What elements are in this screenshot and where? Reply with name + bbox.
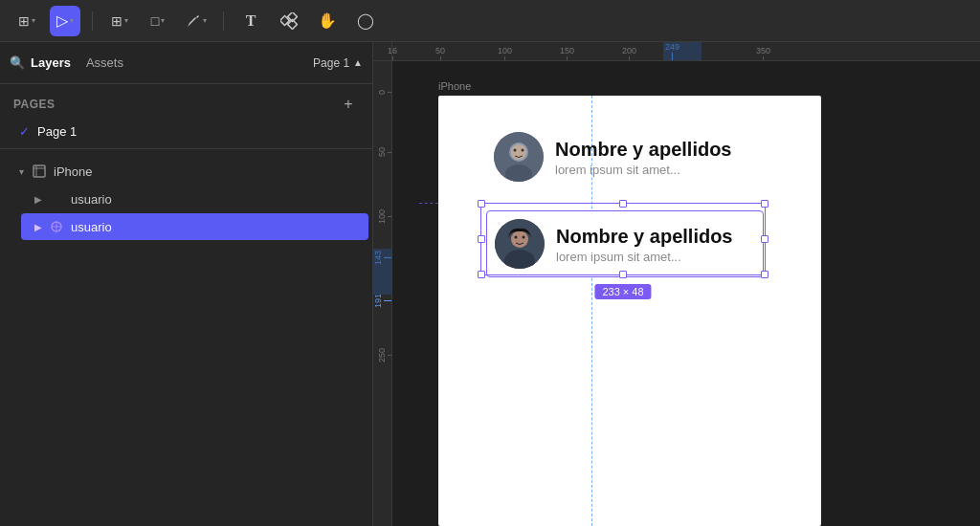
pages-section-header: Pages + (13, 94, 359, 115)
shape-icon: □ (151, 13, 159, 29)
user-desc-1: lorem ipsum sit amet... (555, 163, 756, 177)
layer-usuario-2-label: usuario (71, 220, 112, 234)
search-icon: 🔍 (10, 55, 25, 70)
ruler-tick-16: 16 (388, 47, 397, 60)
handle-bottom-left[interactable] (478, 271, 485, 278)
user-card-1[interactable]: Nombre y apellidos lorem ipsum sit amet.… (486, 124, 764, 189)
layer-usuario-1[interactable]: ▶ usuario (21, 186, 368, 212)
panel-header: 🔍 Layers Assets Page 1 ▲ (0, 42, 372, 84)
shape-tool-chevron: ▾ (161, 16, 165, 25)
grid-tool-button[interactable]: ⊞ ▾ (11, 6, 42, 36)
user-card-2[interactable]: Nombre y apellidos lorem ipsum sit amet.… (486, 210, 764, 277)
toolbar-separator-2 (223, 11, 224, 31)
main-layout: 🔍 Layers Assets Page 1 ▲ Pages + ✓ Page … (0, 42, 980, 526)
layer-iphone[interactable]: ▾ iPhone (4, 158, 368, 185)
select-tool-button[interactable]: ▷ ▾ (50, 6, 80, 36)
grid-icon: ⊞ (18, 13, 30, 29)
dimension-badge: 233 × 48 (594, 284, 651, 299)
frame-tool-button[interactable]: ⊞ ▾ (104, 6, 135, 36)
panel-tabs: Layers Assets (31, 54, 313, 72)
component-icon (280, 12, 298, 30)
layer-usuario-1-label: usuario (71, 192, 112, 207)
layer-toggle-iphone[interactable]: ▾ (13, 164, 29, 179)
ruler-left-tick-191: 191 (374, 294, 391, 308)
dotted-frame-icon (48, 190, 65, 208)
user-desc-2: lorem ipsum sit amet... (556, 250, 755, 264)
page-selector[interactable]: Page 1 ▲ (313, 56, 363, 70)
layer-toggle-usuario-1[interactable]: ▶ (31, 191, 46, 207)
layer-usuario-2[interactable]: ▶ usuario (21, 213, 368, 240)
text-tool-button[interactable]: T (235, 6, 266, 36)
frame-tool-chevron: ▾ (124, 16, 128, 25)
pages-section: Pages + ✓ Page 1 (0, 84, 372, 149)
ruler-tick-100: 100 (498, 47, 512, 60)
toolbar: ⊞ ▾ ▷ ▾ ⊞ ▾ □ ▾ ▾ T (0, 0, 980, 42)
ruler-left: 0 50 100 143 191 (373, 61, 392, 526)
svg-point-13 (514, 149, 517, 152)
canvas-area: 16 50 100 150 200 (373, 42, 980, 526)
add-page-button[interactable]: + (338, 94, 359, 115)
component-icon-small (48, 218, 65, 235)
ruler-top: 16 50 100 150 200 (373, 42, 980, 61)
pen-tool-button[interactable]: ▾ (181, 6, 212, 36)
chevron-up-icon: ▲ (353, 57, 363, 68)
page-check-icon: ✓ (19, 124, 30, 139)
pen-icon (186, 13, 201, 29)
user-info-2: Nombre y apellidos lorem ipsum sit amet.… (556, 225, 755, 264)
avatar-1-image (494, 132, 544, 182)
svg-point-20 (523, 236, 525, 239)
hand-icon: ✋ (318, 11, 337, 30)
handle-top-middle[interactable] (619, 200, 627, 208)
svg-point-19 (515, 236, 518, 239)
component-tool-button[interactable] (274, 6, 304, 36)
avatar-1 (494, 132, 544, 182)
hand-tool-button[interactable]: ✋ (312, 6, 343, 36)
ruler-left-tick-0: 0 (378, 90, 391, 95)
tool-group-frame: ⊞ ▾ (104, 6, 135, 36)
ruler-left-tick-250: 250 (378, 348, 391, 362)
avatar-2-image (495, 219, 545, 269)
frame-icon (31, 163, 48, 180)
handle-top-right[interactable] (761, 200, 768, 208)
user-name-1: Nombre y apellidos (555, 138, 756, 161)
ruler-tick-150: 150 (560, 47, 574, 60)
page-selector-label: Page 1 (313, 56, 349, 70)
tool-group-shape: □ ▾ (143, 6, 173, 36)
svg-point-18 (511, 230, 528, 248)
canvas-with-ruler: 0 50 100 143 191 (373, 61, 980, 526)
iphone-frame[interactable]: Nombre y apellidos lorem ipsum sit amet.… (438, 96, 821, 526)
layer-toggle-usuario-2[interactable]: ▶ (31, 219, 46, 234)
handle-top-left[interactable] (478, 200, 485, 208)
comment-tool-button[interactable]: ◯ (350, 6, 381, 36)
tab-layers[interactable]: Layers (31, 54, 71, 72)
ruler-tick-200: 200 (622, 47, 636, 60)
ruler-left-tick-50: 50 (378, 147, 391, 157)
pages-section-title: Pages (13, 98, 56, 111)
selection-connector-left (419, 203, 438, 204)
tool-group-grid: ⊞ ▾ (11, 6, 42, 36)
layers-section: ▾ iPhone ▶ usuario (0, 149, 372, 526)
layer-iphone-label: iPhone (54, 164, 92, 179)
tool-group-pen: ▾ (181, 6, 212, 36)
ruler-highlight (663, 42, 702, 60)
select-icon: ▷ (56, 11, 68, 30)
ruler-left-highlight (373, 249, 391, 295)
svg-rect-3 (33, 165, 45, 177)
avatar-2 (495, 219, 545, 269)
comment-icon: ◯ (357, 11, 374, 30)
svg-point-14 (522, 149, 524, 152)
pen-tool-chevron: ▾ (203, 16, 207, 25)
frame-label: iPhone (438, 80, 471, 92)
ruler-tick-350: 350 (756, 47, 770, 60)
ruler-tick-50: 50 (435, 47, 445, 60)
tab-assets[interactable]: Assets (86, 54, 123, 72)
frame-icon: ⊞ (111, 13, 122, 29)
shape-tool-button[interactable]: □ ▾ (143, 6, 173, 36)
user-info-1: Nombre y apellidos lorem ipsum sit amet.… (555, 138, 756, 177)
user-name-2: Nombre y apellidos (556, 225, 755, 248)
canvas[interactable]: iPhone (392, 61, 980, 526)
list-item[interactable]: ✓ Page 1 (13, 121, 359, 142)
handle-middle-left[interactable] (478, 235, 485, 243)
grid-tool-chevron: ▾ (32, 16, 35, 25)
left-panel: 🔍 Layers Assets Page 1 ▲ Pages + ✓ Page … (0, 42, 373, 526)
